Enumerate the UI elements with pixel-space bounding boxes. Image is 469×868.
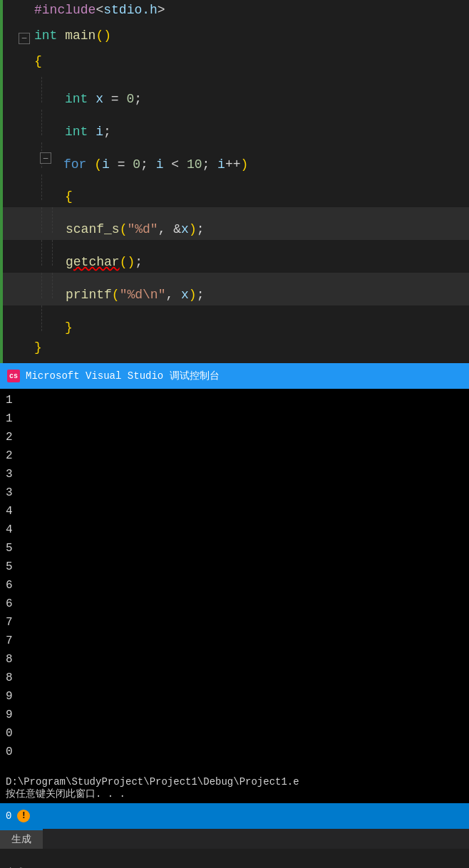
green-accent-bar [0,0,3,363]
code-line-3-content: { [31,51,469,72]
console-output-5: 3 [0,466,469,484]
angle-bracket-close: > [158,3,165,17]
indent-guide-8 [52,240,53,266]
code-line-12: } [0,338,469,363]
header-name: stdio.h [103,3,158,17]
code-line-5: int i; [0,110,469,142]
code-line-4: int x = 0; [0,77,469,110]
console-output-13: 7 [0,614,469,632]
console-output-15: 8 [0,651,469,669]
code-line-3: { [0,51,469,77]
console-output-3: 2 [0,429,469,447]
kw-int-main: int [34,28,57,43]
code-line-10: printf("%d\n", x); [0,273,469,305]
indent-guide-1 [41,77,42,103]
build-tab[interactable]: 生成 [0,829,43,849]
code-line-9-content: getchar(); [63,252,469,273]
console-output-18: 9 [0,706,469,725]
console-output-16: 8 [0,669,469,688]
indent-guide-7 [41,240,42,266]
console-output-10: 5 [0,558,469,577]
console-footer: D:\Program\StudyProject\Project1\Debug\P… [0,773,469,803]
console-output-9: 5 [0,540,469,558]
code-line-1-content: #include<stdio.h> [31,0,469,21]
code-line-12-content: } [31,338,469,358]
code-line-5-content: int i; [62,122,469,142]
console-title-bar: cs Microsoft Visual Studio 调试控制台 [0,363,469,389]
console-output-2: 1 [0,410,469,429]
code-line-10-content: printf("%d\n", x); [63,285,469,305]
code-line-2: — int main() [0,26,469,51]
console-icon: cs [7,370,20,382]
console-output-6: 3 [0,484,469,503]
console-title: Microsoft Visual Studio 调试控制台 [26,370,220,382]
console-output-12: 6 [0,595,469,614]
bottom-status-bar: 0 ! [0,803,469,829]
code-line-2-content: int main() [31,26,469,46]
build-output-area: 生成 生成: 项 [0,829,469,868]
console-output-1: 1 [0,392,469,410]
indent-guide-2 [41,110,42,135]
indent-guide-9 [41,273,42,298]
fn-main: main [65,28,96,43]
code-line-4-content: int x = 0; [62,89,469,110]
console-output-7: 4 [0,503,469,521]
console-output-14: 7 [0,632,469,651]
code-line-7-content: { [62,187,469,207]
indent-guide-10 [52,273,53,298]
build-status-text: 生成: 项 [0,864,469,868]
code-line-11-content: } [62,318,469,338]
code-line-6-content: for (i = 0; i < 10; i++) [52,155,469,175]
angle-bracket-open: < [96,3,103,17]
build-tabs: 生成 [0,829,469,849]
code-line-8-content: scanf_s("%d", &x); [63,219,469,240]
console-output-4: 2 [0,447,469,466]
indent-guide-5 [41,207,42,233]
code-line-7: { [0,174,469,207]
code-line-9: getchar(); [0,240,469,273]
fold-button-main[interactable]: — [19,33,30,44]
console-path: D:\Program\StudyProject\Project1\Debug\P… [6,776,463,788]
console-output-20: 0 [0,743,469,762]
console-output-17: 9 [0,688,469,706]
code-line-1: #include<stdio.h> [0,0,469,26]
indent-guide-6 [52,207,53,233]
console-body[interactable]: 1 1 2 2 3 3 4 4 5 5 6 6 7 7 8 8 9 9 0 0 [0,389,469,773]
warning-count: 0 [6,810,11,822]
code-line-11: } [0,305,469,338]
fold-button-for[interactable]: — [40,152,51,164]
indent-guide-11 [41,305,42,331]
code-line-8: scanf_s("%d", &x); [0,207,469,240]
code-line-6: — for (i = 0; i < 10; i++) [0,142,469,175]
console-output-8: 4 [0,521,469,540]
preproc-include: #include [34,3,96,17]
console-prompt: 按任意键关闭此窗口. . . [6,788,463,800]
code-editor: #include<stdio.h> — int main() { int x =… [0,0,469,363]
indent-guide-4 [41,174,42,200]
warning-icon: ! [17,810,30,822]
console-output-11: 6 [0,577,469,595]
console-output-19: 0 [0,725,469,743]
